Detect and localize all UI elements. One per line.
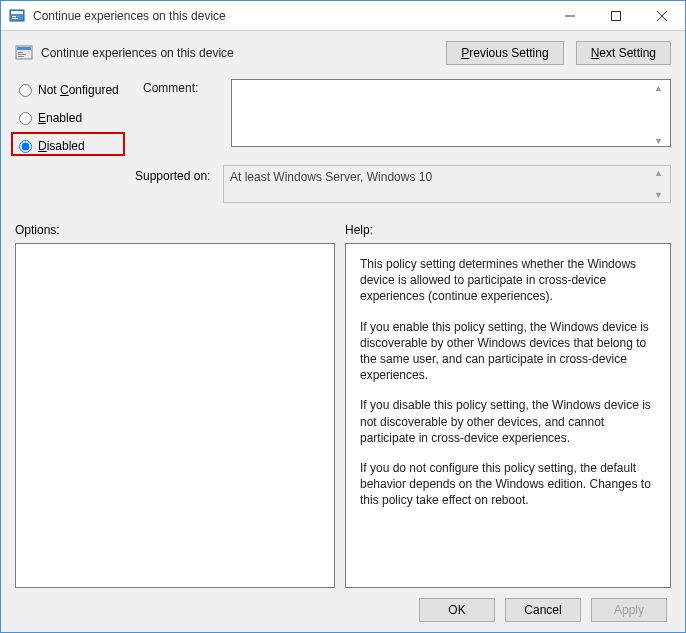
cancel-button[interactable]: Cancel: [505, 598, 581, 622]
radio-not-configured[interactable]: Not Configured: [15, 81, 135, 99]
dialog-footer: OK Cancel Apply: [15, 588, 671, 633]
svg-rect-2: [12, 16, 16, 17]
apply-button[interactable]: Apply: [591, 598, 667, 622]
radio-enabled-input[interactable]: [19, 112, 32, 125]
next-setting-button[interactable]: Next Setting: [576, 41, 671, 65]
supported-on-label: Supported on:: [15, 165, 215, 183]
app-icon: [9, 8, 25, 24]
help-paragraph: If you disable this policy setting, the …: [360, 397, 656, 446]
titlebar: Continue experiences on this device: [1, 1, 685, 31]
ok-button[interactable]: OK: [419, 598, 495, 622]
supported-on-value: At least Windows Server, Windows 10: [230, 170, 432, 184]
svg-rect-12: [18, 56, 24, 57]
help-paragraph: If you enable this policy setting, the W…: [360, 319, 656, 384]
window-title: Continue experiences on this device: [33, 9, 226, 23]
radio-disabled-input[interactable]: [19, 140, 32, 153]
scrollbar[interactable]: ▲▼: [654, 81, 668, 148]
header: Continue experiences on this device Prev…: [15, 41, 671, 65]
scrollbar[interactable]: ▲▼: [654, 166, 668, 202]
maximize-button[interactable]: [593, 1, 639, 31]
close-button[interactable]: [639, 1, 685, 31]
comment-input[interactable]: [231, 79, 671, 147]
svg-rect-1: [11, 11, 23, 14]
previous-setting-button[interactable]: Previous Setting: [446, 41, 563, 65]
policy-icon: [15, 44, 33, 62]
help-paragraph: This policy setting determines whether t…: [360, 256, 656, 305]
svg-rect-10: [18, 52, 23, 53]
svg-rect-3: [12, 18, 18, 19]
svg-rect-9: [17, 47, 31, 50]
radio-enabled-label: Enabled: [38, 111, 82, 125]
radio-disabled[interactable]: Disabled: [15, 137, 135, 155]
page-title: Continue experiences on this device: [41, 46, 234, 60]
help-panel: This policy setting determines whether t…: [345, 243, 671, 588]
radio-not-configured-input[interactable]: [19, 84, 32, 97]
help-label: Help:: [345, 223, 373, 237]
radio-disabled-label: Disabled: [38, 139, 85, 153]
options-label: Options:: [15, 223, 335, 237]
svg-rect-5: [612, 11, 621, 20]
comment-label: Comment:: [143, 79, 223, 155]
help-paragraph: If you do not configure this policy sett…: [360, 460, 656, 509]
supported-on-field: At least Windows Server, Windows 10 ▲▼: [223, 165, 671, 203]
radio-not-configured-label: Not Configured: [38, 83, 119, 97]
minimize-button[interactable]: [547, 1, 593, 31]
state-radio-group: Not Configured Enabled Disabled: [15, 79, 135, 155]
svg-rect-11: [18, 54, 26, 55]
options-panel: [15, 243, 335, 588]
radio-enabled[interactable]: Enabled: [15, 109, 135, 127]
